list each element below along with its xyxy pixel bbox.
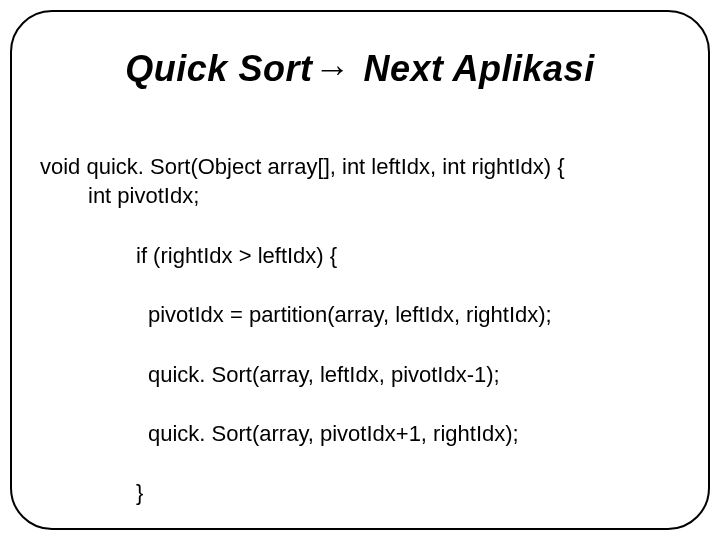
code-block: void quick. Sort(Object array[], int lef… bbox=[40, 122, 680, 530]
code-line: void quick. Sort(Object array[], int lef… bbox=[40, 154, 565, 179]
code-line: if (rightIdx > leftIdx) { bbox=[40, 241, 680, 271]
code-line: pivotIdx = partition(array, leftIdx, rig… bbox=[40, 300, 680, 330]
slide-title: Quick Sort→ Next Aplikasi bbox=[40, 48, 680, 90]
slide-frame: Quick Sort→ Next Aplikasi void quick. So… bbox=[10, 10, 710, 530]
title-left: Quick Sort bbox=[125, 48, 312, 89]
title-right: Next Aplikasi bbox=[353, 48, 595, 89]
arrow-right-icon: → bbox=[314, 48, 351, 90]
code-line: quick. Sort(array, leftIdx, pivotIdx-1); bbox=[40, 360, 680, 390]
code-line: } bbox=[40, 478, 680, 508]
code-line: int pivotIdx; bbox=[40, 181, 680, 211]
code-line: quick. Sort(array, pivotIdx+1, rightIdx)… bbox=[40, 419, 680, 449]
